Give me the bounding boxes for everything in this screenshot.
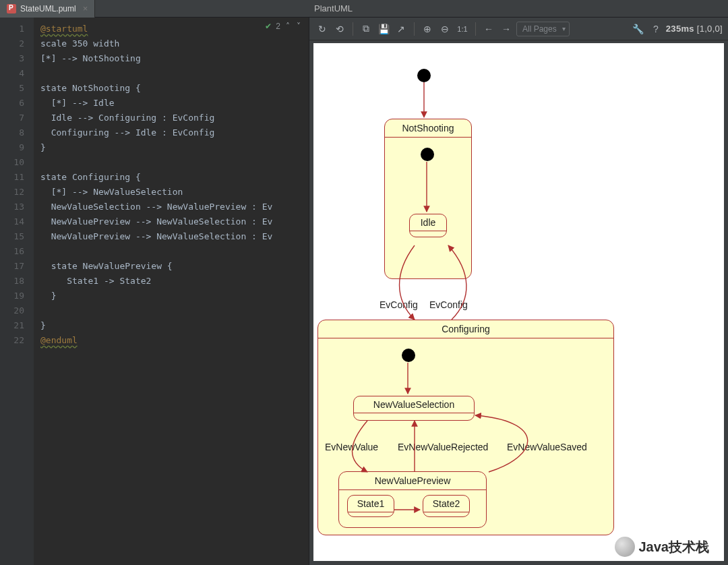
edge-label: EvConfig <box>429 299 468 310</box>
separator <box>414 22 415 36</box>
save-icon[interactable]: 💾 <box>376 22 391 36</box>
problems-count: 2 <box>276 22 280 31</box>
zoom-actual-icon[interactable]: 1:1 <box>455 22 470 36</box>
line-gutter: 12345678910111213141516171819202122 <box>0 18 34 565</box>
watermark: Java技术栈 <box>615 537 710 557</box>
copy-icon[interactable]: ⧉ <box>359 22 373 36</box>
preview-toolbar: ↻ ⟲ ⧉ 💾 ↗ ⊕ ⊖ 1:1 ← → All Pages 🔧 ? 235m… <box>309 18 728 40</box>
state-configuring: Configuring NewValueSelection NewValuePr… <box>317 320 614 535</box>
next-page-icon[interactable]: → <box>499 22 514 36</box>
chevron-down-icon[interactable]: ˅ <box>295 22 302 31</box>
separator <box>353 22 353 36</box>
initial-node <box>402 349 415 362</box>
state-newvaluepreview: NewValuePreview State1 State2 <box>338 471 487 528</box>
preview-pane: ↻ ⟲ ⧉ 💾 ↗ ⊕ ⊖ 1:1 ← → All Pages 🔧 ? 235m… <box>309 18 728 565</box>
editor-pane: 12345678910111213141516171819202122 @sta… <box>0 18 309 565</box>
close-icon[interactable]: × <box>80 3 88 13</box>
edge-label: EvNewValueRejected <box>398 442 488 452</box>
edge-label: EvConfig <box>380 299 418 310</box>
edge-label: EvNewValue <box>325 442 378 452</box>
editor-inspection-widget[interactable]: ✔ 2 ˄ ˅ <box>262 20 305 32</box>
main-split: 12345678910111213141516171819202122 @sta… <box>0 18 728 565</box>
initial-node <box>417 69 431 82</box>
initial-node <box>421 148 434 161</box>
zoom-out-icon[interactable]: ⊖ <box>437 22 452 36</box>
edge-label: EvNewValueSaved <box>507 442 587 452</box>
preview-panel-title: PlantUML <box>314 3 353 13</box>
export-icon[interactable]: ↗ <box>394 22 408 36</box>
watermark-logo <box>615 537 635 557</box>
prev-page-icon[interactable]: ← <box>481 22 496 36</box>
help-icon[interactable]: ? <box>648 22 663 36</box>
check-icon: ✔ <box>265 22 272 31</box>
state-newvalueselection: NewValueSelection <box>353 396 475 421</box>
page-selector[interactable]: All Pages <box>516 22 570 36</box>
refresh-icon[interactable]: ↻ <box>315 22 330 36</box>
editor-tab[interactable]: StateUML.puml × <box>0 0 95 18</box>
tab-strip: StateUML.puml × PlantUML <box>0 0 728 18</box>
chevron-up-icon[interactable]: ˄ <box>284 22 291 31</box>
code-area[interactable]: @startumlscale 350 width[*] --> NotShoot… <box>34 18 309 565</box>
state-state2: State2 <box>423 495 470 517</box>
auto-refresh-icon[interactable]: ⟲ <box>332 22 347 36</box>
preview-canvas-wrap: NotShooting Idle EvConfig EvConfig Confi… <box>309 40 728 565</box>
preview-canvas[interactable]: NotShooting Idle EvConfig EvConfig Confi… <box>313 43 724 561</box>
state-state1: State1 <box>347 495 394 517</box>
tab-filename: StateUML.puml <box>20 4 76 13</box>
separator <box>475 22 476 36</box>
zoom-in-icon[interactable]: ⊕ <box>420 22 435 36</box>
settings-icon[interactable]: 🔧 <box>631 22 646 36</box>
render-status: 235ms [1,0,0] <box>666 24 723 34</box>
plantuml-file-icon <box>7 4 16 13</box>
state-notshooting: NotShooting Idle <box>384 119 472 279</box>
state-idle: Idle <box>409 214 447 237</box>
